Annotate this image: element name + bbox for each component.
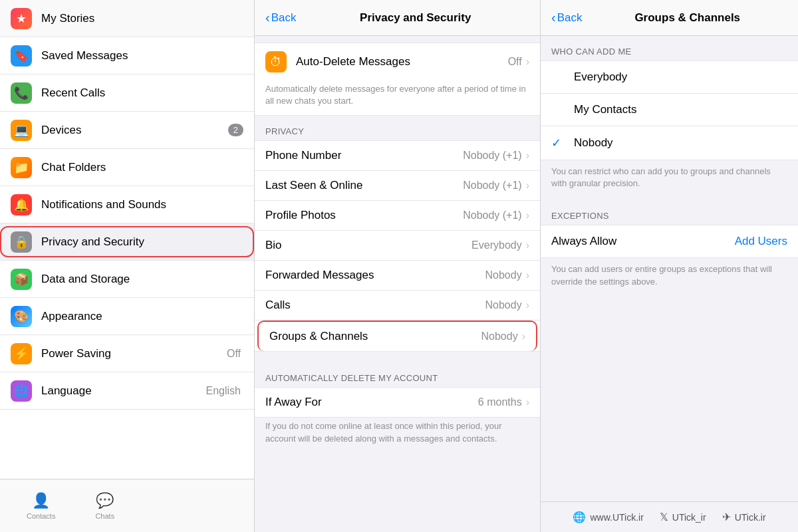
tab-contacts[interactable]: 👤 Contacts [27,492,55,520]
right-panel: ‹ Back Groups & Channels WHO CAN ADD ME … [541,0,798,532]
auto-delete-icon: ⏱ [265,51,287,72]
privacy-row-chevron-0: › [526,150,529,162]
radio-row-2[interactable]: ✓Nobody [541,126,798,160]
contacts-icon: 👤 [33,492,50,509]
radio-row-1[interactable]: My Contacts [541,94,798,126]
sidebar-item-data-storage[interactable]: 📦Data and Storage [0,261,254,298]
radio-label-0: Everybody [574,70,627,84]
privacy-row-chevron-5: › [526,299,529,311]
privacy-row-chevron-3: › [526,239,529,251]
sidebar-value-language: English [206,385,241,397]
auto-delete-row-0[interactable]: If Away For6 months› [255,388,540,417]
my-stories-icon: ★ [11,8,32,29]
exceptions-header: EXCEPTIONS [541,200,798,225]
sidebar-item-appearance[interactable]: 🎨Appearance [0,298,254,335]
privacy-row-label-6: Groups & Channels [269,330,481,343]
privacy-row-value-2: Nobody (+1) [463,209,522,221]
power-saving-icon: ⚡ [11,343,32,364]
privacy-row-chevron-2: › [526,209,529,221]
always-allow-row[interactable]: Always Allow Add Users [541,225,798,257]
auto-delete-label: Auto-Delete Messages [296,55,508,68]
sidebar-label-saved-messages: Saved Messages [41,49,243,63]
watermark-site-text: www.UTick.ir [590,512,643,523]
radio-label-1: My Contacts [574,103,636,116]
exceptions-description: You can add users or entire groups as ex… [541,258,798,298]
privacy-section-header: PRIVACY [255,116,540,140]
sidebar-item-devices[interactable]: 💻Devices2 [0,112,254,149]
sidebar-item-my-stories[interactable]: ★My Stories [0,0,254,37]
privacy-row-value-5: Nobody [485,299,522,311]
sidebar-item-notifications[interactable]: 🔔Notifications and Sounds [0,186,254,223]
tab-chats[interactable]: 💬 Chats [95,492,114,520]
always-allow-label: Always Allow [551,235,735,248]
middle-content: ⏱ Auto-Delete Messages Off › Automatical… [255,36,540,532]
watermark: 🌐 www.UTick.ir 𝕏 UTick_ir ✈ UTick.ir [541,501,798,532]
auto-delete-item-chevron-0: › [526,396,529,408]
auto-delete-settings-group: If Away For6 months› [255,387,540,418]
left-panel: ★My Stories🔖Saved Messages📞Recent Calls💻… [0,0,255,532]
saved-messages-icon: 🔖 [11,45,32,66]
sidebar-label-privacy: Privacy and Security [41,235,243,249]
privacy-row-label-3: Bio [265,239,471,252]
appearance-icon: 🎨 [11,306,32,327]
privacy-row-5[interactable]: CallsNobody› [255,291,540,321]
privacy-row-value-6: Nobody [481,331,518,342]
sidebar-label-chat-folders: Chat Folders [41,161,243,174]
recent-calls-icon: 📞 [11,82,32,104]
chat-folders-icon: 📁 [11,157,32,178]
add-users-button[interactable]: Add Users [735,235,787,248]
exceptions-group: Always Allow Add Users [541,225,798,258]
privacy-row-4[interactable]: Forwarded MessagesNobody› [255,261,540,291]
auto-delete-section-header: AUTOMATICALLY DELETE MY ACCOUNT [255,362,540,387]
sidebar-item-privacy[interactable]: 🔒Privacy and Security [0,223,254,261]
right-title: Groups & Channels [587,11,787,25]
sidebar-label-my-stories: My Stories [41,12,243,25]
sidebar-item-recent-calls[interactable]: 📞Recent Calls [0,74,254,112]
notifications-icon: 🔔 [11,194,32,215]
middle-back-label: Back [271,11,297,25]
sidebar-label-power-saving: Power Saving [41,347,227,360]
sidebar-item-power-saving[interactable]: ⚡Power SavingOff [0,335,254,372]
privacy-row-3[interactable]: BioEverybody› [255,231,540,261]
sidebar-item-saved-messages[interactable]: 🔖Saved Messages [0,37,254,74]
privacy-row-1[interactable]: Last Seen & OnlineNobody (+1)› [255,171,540,201]
privacy-row-0[interactable]: Phone NumberNobody (+1)› [255,141,540,171]
radio-check-2: ✓ [551,136,567,150]
privacy-row-2[interactable]: Profile PhotosNobody (+1)› [255,201,540,231]
radio-group: EverybodyMy Contacts✓Nobody [541,61,798,160]
privacy-row-chevron-4: › [526,269,529,281]
privacy-row-label-2: Profile Photos [265,209,463,222]
watermark-telegram-text: UTick.ir [735,512,766,523]
radio-label-2: Nobody [574,136,613,150]
tab-contacts-label: Contacts [27,512,55,520]
restrict-description: You can restrict who can add you to grou… [541,160,798,200]
privacy-row-value-0: Nobody (+1) [463,150,522,162]
radio-row-0[interactable]: Everybody [541,61,798,94]
twitter-icon: 𝕏 [660,511,668,523]
auto-delete-item-value-0: 6 months [478,396,522,408]
telegram-icon: ✈ [722,511,731,523]
sidebar-badge-devices: 2 [228,124,243,136]
right-back-button[interactable]: ‹ Back [551,10,582,25]
privacy-row-value-3: Everybody [471,239,522,251]
privacy-row-chevron-1: › [526,180,529,192]
middle-header: ‹ Back Privacy and Security [255,0,540,36]
watermark-twitter-text: UTick_ir [672,512,706,523]
left-list: ★My Stories🔖Saved Messages📞Recent Calls💻… [0,0,254,479]
privacy-settings-group: Phone NumberNobody (+1)›Last Seen & Onli… [255,140,540,352]
auto-delete-chevron: › [526,56,529,68]
auto-delete-row[interactable]: ⏱ Auto-Delete Messages Off › [255,43,540,80]
back-chevron-icon: ‹ [265,10,270,25]
sidebar-item-chat-folders[interactable]: 📁Chat Folders [0,149,254,186]
middle-back-button[interactable]: ‹ Back [265,10,296,25]
language-icon: 🌐 [11,380,32,402]
sidebar-item-language[interactable]: 🌐LanguageEnglish [0,372,254,410]
privacy-row-6[interactable]: Groups & ChannelsNobody› [257,321,537,351]
right-back-label: Back [557,11,583,25]
privacy-icon: 🔒 [11,231,32,253]
auto-delete-footer: If you do not come online at least once … [255,418,540,452]
auto-delete-value: Off [508,56,522,68]
sidebar-label-language: Language [41,384,206,398]
watermark-site: 🌐 www.UTick.ir [573,511,643,523]
tab-chats-label: Chats [95,512,114,520]
